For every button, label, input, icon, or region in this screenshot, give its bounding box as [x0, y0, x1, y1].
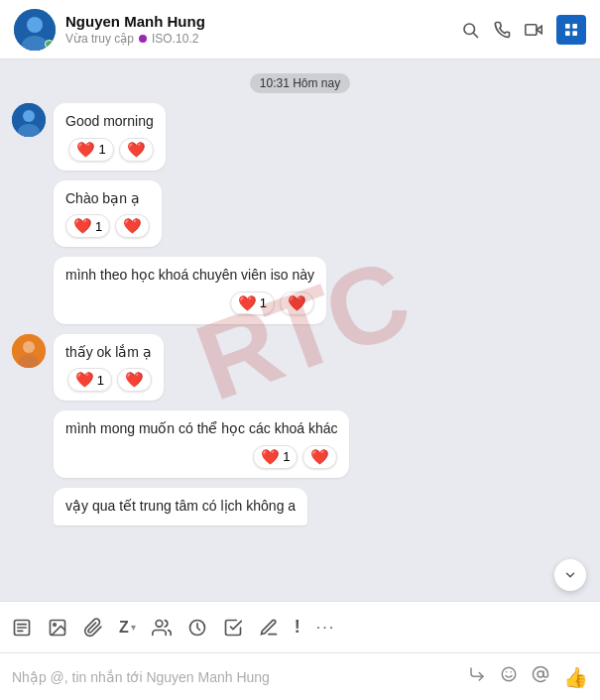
svg-line-4 — [474, 33, 478, 37]
checkbox-icon[interactable] — [223, 618, 243, 638]
reaction-row: ❤️ 1 ❤️ — [65, 292, 314, 315]
more-options-icon[interactable]: ··· — [316, 619, 335, 637]
reaction-row: ❤️ 1 ❤️ — [65, 445, 337, 469]
scroll-down-button[interactable] — [554, 559, 586, 591]
reaction-count: 1 — [95, 219, 102, 234]
image-icon[interactable] — [48, 618, 67, 638]
contact-icon[interactable] — [152, 618, 172, 638]
chevron-down-icon: ▾ — [131, 622, 136, 633]
reaction-badge[interactable]: ❤️ 1 — [67, 368, 112, 392]
reaction-row: ❤️ 1 ❤️ — [65, 368, 152, 392]
heart-icon: ❤️ — [261, 448, 280, 466]
reaction-badge-add[interactable]: ❤️ — [115, 214, 150, 238]
svg-rect-7 — [565, 24, 570, 29]
at-icon[interactable] — [532, 665, 549, 688]
contact-info: Nguyen Manh Hung Vừa truy cập ISO.10.2 — [65, 13, 461, 46]
svg-point-1 — [27, 17, 43, 33]
heart-icon: ❤️ — [75, 371, 94, 389]
input-actions: 👍 — [468, 665, 588, 689]
attach-icon[interactable] — [83, 618, 103, 638]
template-icon[interactable] — [12, 618, 32, 638]
message-bubble: Good morning ❤️ 1 ❤️ — [54, 103, 166, 171]
exclamation-icon[interactable]: ! — [295, 617, 300, 638]
header-actions — [461, 15, 586, 45]
reaction-badge-add[interactable]: ❤️ — [280, 292, 314, 315]
table-row: Chào bạn ạ ❤️ 1 ❤️ — [12, 180, 588, 248]
reaction-count: 1 — [283, 449, 290, 464]
svg-rect-10 — [572, 31, 577, 36]
status-text: Vừa truy cập — [65, 32, 134, 46]
app-icon[interactable] — [556, 15, 586, 45]
reaction-row: ❤️ 1 ❤️ — [65, 138, 154, 162]
thumbs-up-icon[interactable]: 👍 — [563, 665, 588, 689]
message-input[interactable]: Nhập @, tin nhắn tới Nguyen Manh Hung — [12, 669, 458, 685]
search-icon[interactable] — [461, 21, 479, 39]
svg-point-22 — [54, 623, 57, 626]
svg-rect-6 — [526, 24, 537, 35]
table-row: mình mong muốn có thể học các khoá khác … — [12, 410, 588, 478]
chat-header: Nguyen Manh Hung Vừa truy cập ISO.10.2 — [0, 0, 600, 59]
message-text: mình mong muốn có thể học các khoá khác — [65, 419, 337, 439]
chat-area: RTC 10:31 Hôm nay Good morning ❤️ 1 — [0, 59, 600, 601]
reaction-badge[interactable]: ❤️ 1 — [230, 292, 275, 315]
svg-rect-9 — [565, 31, 570, 36]
online-indicator — [45, 40, 54, 49]
message-bubble: vậy qua tết trung tâm có lịch không a — [54, 488, 307, 525]
message-text: vậy qua tết trung tâm có lịch không a — [65, 497, 296, 517]
clock-icon[interactable] — [187, 618, 207, 638]
message-input-area: Nhập @, tin nhắn tới Nguyen Manh Hung 👍 — [0, 652, 600, 700]
reaction-badge[interactable]: ❤️ 1 — [68, 138, 113, 162]
emoji-icon[interactable] — [500, 665, 518, 688]
message-bubble: mình theo học khoá chuyên viên iso này ❤… — [54, 257, 326, 324]
messages-list: Good morning ❤️ 1 ❤️ Chào bạn ạ — [0, 103, 600, 527]
video-icon[interactable] — [525, 21, 542, 39]
contact-status: Vừa truy cập ISO.10.2 — [65, 32, 461, 46]
reaction-badge-add[interactable]: ❤️ — [302, 445, 337, 469]
message-text: Chào bạn ạ — [65, 189, 150, 209]
contact-name: Nguyen Manh Hung — [65, 13, 461, 30]
svg-rect-8 — [572, 24, 577, 29]
channel-dot — [139, 35, 147, 43]
format-icon[interactable]: Z ▾ — [119, 619, 136, 637]
channel-name: ISO.10.2 — [152, 32, 198, 46]
svg-point-15 — [23, 341, 35, 353]
message-text: mình theo học khoá chuyên viên iso này — [65, 266, 314, 286]
phone-icon[interactable] — [493, 21, 511, 39]
reaction-count: 1 — [260, 295, 267, 310]
svg-point-23 — [156, 620, 163, 627]
heart-icon: ❤️ — [76, 141, 95, 159]
message-toolbar: Z ▾ ! ··· — [0, 601, 600, 652]
reaction-badge[interactable]: ❤️ 1 — [253, 445, 298, 469]
avatar — [12, 334, 46, 368]
svg-point-12 — [23, 110, 35, 122]
reaction-row: ❤️ 1 ❤️ — [65, 214, 150, 238]
message-bubble: mình mong muốn có thể học các khoá khác … — [54, 410, 349, 478]
reaction-badge-add[interactable]: ❤️ — [117, 368, 152, 392]
message-bubble: Chào bạn ạ ❤️ 1 ❤️ — [54, 180, 162, 248]
table-row: vậy qua tết trung tâm có lịch không a — [12, 488, 588, 527]
reaction-badge-add[interactable]: ❤️ — [119, 138, 154, 162]
svg-point-28 — [538, 671, 543, 677]
forward-icon[interactable] — [468, 665, 486, 688]
pen-icon[interactable] — [259, 618, 279, 638]
message-text: thấy ok lắm ạ — [65, 343, 152, 363]
table-row: thấy ok lắm ạ ❤️ 1 ❤️ — [12, 334, 588, 402]
date-separator: 10:31 Hôm nay — [0, 73, 600, 91]
heart-icon: ❤️ — [238, 294, 257, 312]
message-bubble: thấy ok lắm ạ ❤️ 1 ❤️ — [54, 334, 164, 402]
message-text: Good morning — [65, 112, 154, 132]
table-row: Good morning ❤️ 1 ❤️ — [12, 103, 588, 171]
avatar — [12, 103, 46, 137]
reaction-count: 1 — [98, 142, 105, 157]
svg-point-25 — [502, 667, 516, 681]
contact-avatar — [14, 9, 56, 51]
svg-point-3 — [464, 24, 475, 35]
reaction-count: 1 — [97, 373, 104, 388]
heart-icon: ❤️ — [73, 217, 92, 235]
reaction-badge[interactable]: ❤️ 1 — [65, 214, 110, 238]
table-row: mình theo học khoá chuyên viên iso này ❤… — [12, 257, 588, 324]
